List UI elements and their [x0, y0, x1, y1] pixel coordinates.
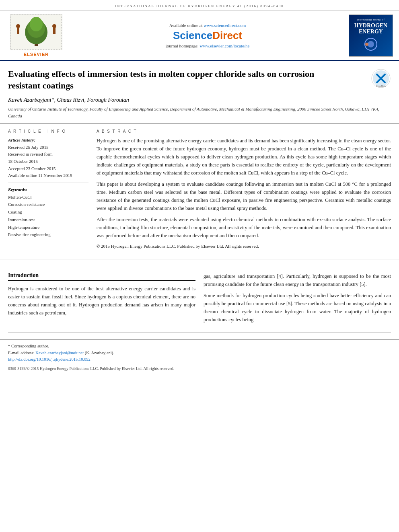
science-part: Science	[173, 29, 212, 41]
history-label: Article history:	[8, 137, 88, 144]
article-title: Evaluating effects of immersion tests in…	[8, 68, 322, 91]
abstract-para-2: This paper is about developing a system …	[97, 180, 391, 212]
accepted-date: Accepted 23 October 2015	[8, 165, 88, 173]
svg-point-11	[368, 41, 374, 47]
elsevier-logo-area: ELSEVIER	[4, 14, 68, 57]
introduction-text: Hydrogen is considered to be one of the …	[8, 285, 195, 317]
homepage-url[interactable]: www.elsevier.com/locate/he	[200, 43, 250, 48]
article-info-label: A R T I C L E I N F O	[8, 129, 88, 134]
top-banner: International Journal of Hydrogen Energy…	[0, 0, 399, 11]
corresponding-author: * Corresponding author.	[8, 343, 391, 350]
sciencedirect-logo: ScienceDirect	[173, 29, 242, 42]
affiliation: University of Ontario Institute of Techn…	[8, 106, 391, 119]
journal-homepage: journal homepage: www.elsevier.com/locat…	[166, 43, 250, 48]
journal-title-banner: International Journal of Hydrogen Energy…	[115, 4, 284, 8]
svg-rect-8	[53, 28, 56, 34]
keywords-block: Keywords: Molten-CuClCorrosion-resistanc…	[8, 187, 88, 238]
direct-part: Direct	[212, 29, 242, 41]
received-revised-date: 18 October 2015	[8, 158, 88, 165]
received-date: Received 25 July 2015	[8, 144, 88, 151]
keyword-item: Immersion-test	[8, 216, 88, 224]
doi-anchor[interactable]: http://dx.doi.org/10.1016/j.ijhydene.201…	[8, 357, 90, 362]
authors: Kaveh Azarbayjani*, Ghaus Rizvi, Forough…	[8, 97, 391, 103]
article-history: Article history: Received 25 July 2015 R…	[8, 137, 88, 183]
right-col-text: gas, agriculture and transportation [4].…	[204, 272, 391, 324]
elsevier-tree-icon	[10, 14, 62, 50]
abstract-para-1: Hydrogen is one of the promising alterna…	[97, 137, 391, 177]
svg-text:CrossMark: CrossMark	[376, 85, 386, 87]
doi-link: http://dx.doi.org/10.1016/j.ijhydene.201…	[8, 356, 391, 363]
abstract-para-3: After the immersion tests, the materials…	[97, 216, 391, 240]
email-footnote: E-mail address: Kaveh.azarbayjani@uoit.n…	[8, 350, 391, 357]
crossmark-badge-icon: CrossMark	[371, 68, 391, 88]
svg-point-5	[16, 24, 20, 28]
footnote-section: * Corresponding author. E-mail address: …	[0, 339, 399, 365]
journal-cover-graphic-icon	[359, 36, 383, 52]
svg-point-4	[30, 17, 43, 31]
available-online-text: Available online at www.sciencedirect.co…	[169, 23, 246, 28]
body-right-col: gas, agriculture and transportation [4].…	[204, 272, 391, 327]
received-revised-label: Received in revised form	[8, 151, 88, 158]
spacer	[0, 259, 399, 267]
svg-rect-6	[17, 28, 19, 34]
svg-point-7	[52, 24, 56, 28]
article-info-col: A R T I C L E I N F O Article history: R…	[8, 129, 88, 253]
elsevier-wordmark: ELSEVIER	[24, 52, 49, 57]
abstract-text: Hydrogen is one of the promising alterna…	[97, 137, 391, 250]
svg-point-12	[365, 43, 368, 46]
right-col-paragraph: gas, agriculture and transportation [4].…	[204, 272, 391, 288]
keywords-list: Molten-CuClCorrosion-resistanceCoatingIm…	[8, 193, 88, 238]
body-left-col: Introduction Hydrogen is considered to b…	[8, 272, 195, 327]
header-center: Available online at www.sciencedirect.co…	[72, 14, 343, 57]
journal-cover-area: International Journal of HYDROGENENERGY	[347, 14, 395, 57]
introduction-title: Introduction	[8, 272, 195, 281]
info-abstract-section: A R T I C L E I N F O Article history: R…	[0, 123, 399, 259]
keywords-label: Keywords:	[8, 187, 88, 192]
abstract-copyright: © 2015 Hydrogen Energy Publications LLC.…	[97, 243, 391, 250]
keyword-item: High-temperature	[8, 224, 88, 231]
journal-cover-main-text: HYDROGENENERGY	[354, 23, 387, 35]
email-link[interactable]: Kaveh.azarbayjani@uoit.net	[35, 351, 84, 355]
right-col-paragraph: Some methods for hydrogen production cyc…	[204, 292, 391, 324]
keyword-item: Molten-CuCl	[8, 193, 88, 201]
footnote-divider	[8, 333, 391, 335]
footer-bar: 0360-3199/© 2015 Hydrogen Energy Publica…	[0, 365, 399, 372]
keyword-item: Passive fire engineering	[8, 231, 88, 238]
abstract-label: A B S T R A C T	[97, 129, 391, 134]
body-section: Introduction Hydrogen is considered to b…	[0, 267, 399, 333]
header-row: ELSEVIER Available online at www.science…	[0, 11, 399, 61]
abstract-col: A B S T R A C T Hydrogen is one of the p…	[97, 129, 391, 253]
keyword-item: Coating	[8, 208, 88, 216]
keyword-item: Corrosion-resistance	[8, 201, 88, 208]
sciencedirect-url[interactable]: www.sciencedirect.com	[204, 23, 246, 28]
journal-cover: International Journal of HYDROGENENERGY	[349, 14, 393, 57]
available-online-date: Available online 11 November 2015	[8, 172, 88, 179]
issn-text: 0360-3199/© 2015 Hydrogen Energy Publica…	[8, 366, 174, 371]
title-section: Evaluating effects of immersion tests in…	[0, 61, 399, 123]
journal-cover-top-text: International Journal of	[357, 18, 385, 22]
